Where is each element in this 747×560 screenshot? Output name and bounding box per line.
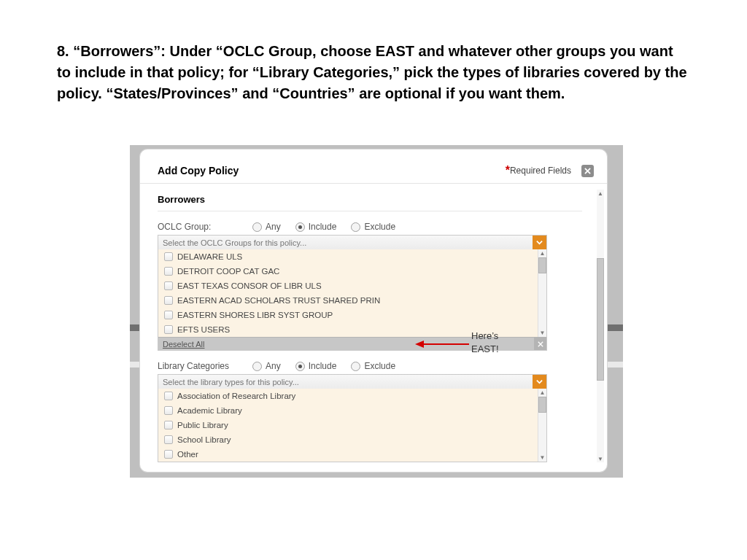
checkbox[interactable] [164,325,173,334]
clear-button[interactable] [534,338,546,350]
add-copy-policy-dialog: Add Copy Policy * Required Fields ▲ ▼ Bo… [140,149,607,472]
list-item-label: EASTERN SHORES LIBR SYST GROUP [177,311,333,319]
checkbox[interactable] [164,296,173,305]
close-button[interactable] [581,165,594,177]
radio-any[interactable]: Any [252,361,281,371]
radio-exclude[interactable]: Exclude [351,222,395,232]
dialog-title: Add Copy Policy [158,165,239,176]
radio-any-label: Any [266,222,281,232]
callout-line1: Here’s [471,330,499,343]
checkbox[interactable] [164,450,173,459]
checkbox[interactable] [164,311,173,319]
list-item-label: Other [177,450,198,459]
callout-line2: EAST! [471,343,499,356]
oclc-placeholder: Select the OCLC Groups for this policy..… [163,238,306,247]
list-item[interactable]: EASTERN ACAD SCHOLARS TRUST SHARED PRIN [158,293,546,308]
list-item-label: Public Library [177,421,228,429]
list-item-label: Association of Research Library [177,392,295,400]
library-categories-row: Library Categories Any Include Exclude [158,351,601,371]
close-icon [584,168,591,174]
list-scrollbar[interactable]: ▲ ▼ [538,389,546,462]
list-item[interactable]: EASTERN SHORES LIBR SYST GROUP [158,308,546,322]
scroll-up-icon[interactable]: ▲ [538,389,546,397]
radio-include[interactable]: Include [295,361,337,371]
scroll-down-icon[interactable]: ▼ [538,329,546,337]
scroll-up-icon[interactable]: ▲ [597,190,604,197]
list-item[interactable]: EAST TEXAS CONSOR OF LIBR ULS [158,279,546,293]
scroll-thumb[interactable] [597,258,604,381]
radio-include[interactable]: Include [295,222,337,232]
scroll-thumb[interactable] [538,257,546,273]
radio-any[interactable]: Any [252,222,281,232]
checkbox[interactable] [164,267,173,276]
oclc-group-label: OCLC Group: [158,222,252,232]
required-fields-label: Required Fields [510,166,571,176]
radio-include-label: Include [309,361,337,371]
radio-exclude-label: Exclude [364,361,395,371]
checkbox[interactable] [164,281,173,290]
radio-exclude-label: Exclude [364,222,395,232]
list-item-label: School Library [177,435,231,444]
close-icon [538,341,543,347]
list-item[interactable]: Other [158,447,546,462]
screenshot-frame: Add Copy Policy * Required Fields ▲ ▼ Bo… [130,145,623,478]
scroll-thumb[interactable] [538,397,546,413]
instruction-text: 8. “Borrowers”: Under “OCLC Group, choos… [57,41,690,104]
oclc-picker-header[interactable]: Select the OCLC Groups for this policy..… [158,236,546,249]
chevron-down-icon [536,378,543,385]
list-item[interactable]: Public Library [158,418,546,432]
library-categories-picker: Select the library types for this policy… [158,374,547,462]
dialog-scrollbar[interactable]: ▲ ▼ [597,190,604,462]
annotation-arrow [415,339,469,349]
radio-include-label: Include [309,222,337,232]
scroll-up-icon[interactable]: ▲ [538,249,546,257]
list-item-label: DELAWARE ULS [177,252,242,261]
scroll-down-icon[interactable]: ▼ [538,454,546,462]
list-item-label: Academic Library [177,406,242,415]
dialog-header: Add Copy Policy * Required Fields [140,149,607,184]
list-item-label: EFTS USERS [177,325,230,334]
dropdown-toggle[interactable] [533,375,546,389]
svg-marker-1 [415,341,424,348]
libcat-picker-header[interactable]: Select the library types for this policy… [158,375,546,389]
list-item[interactable]: Association of Research Library [158,389,546,403]
checkbox[interactable] [164,406,173,415]
oclc-group-row: OCLC Group: Any Include Exclude [158,211,601,232]
checkbox[interactable] [164,421,173,429]
section-borrowers: Borrowers [158,184,582,211]
list-item[interactable]: DETROIT COOP CAT GAC [158,264,546,279]
checkbox[interactable] [164,435,173,444]
radio-exclude[interactable]: Exclude [351,361,395,371]
list-item-label: EAST TEXAS CONSOR OF LIBR ULS [177,281,322,290]
list-item[interactable]: Academic Library [158,403,546,418]
scroll-down-icon[interactable]: ▼ [597,455,604,462]
libcat-placeholder: Select the library types for this policy… [163,378,299,386]
list-item-label: EASTERN ACAD SCHOLARS TRUST SHARED PRIN [177,296,380,305]
radio-any-label: Any [266,361,281,371]
checkbox[interactable] [164,252,173,261]
list-item[interactable]: School Library [158,432,546,447]
chevron-down-icon [536,239,543,246]
list-item[interactable]: DELAWARE ULS [158,249,546,264]
annotation-callout: Here’s EAST! [471,330,499,355]
checkbox[interactable] [164,392,173,400]
library-categories-label: Library Categories [158,361,252,371]
deselect-all-link[interactable]: Deselect All [163,340,204,349]
list-item-label: DETROIT COOP CAT GAC [177,267,279,276]
list-scrollbar[interactable]: ▲ ▼ [538,249,546,337]
dropdown-toggle[interactable] [533,236,546,249]
